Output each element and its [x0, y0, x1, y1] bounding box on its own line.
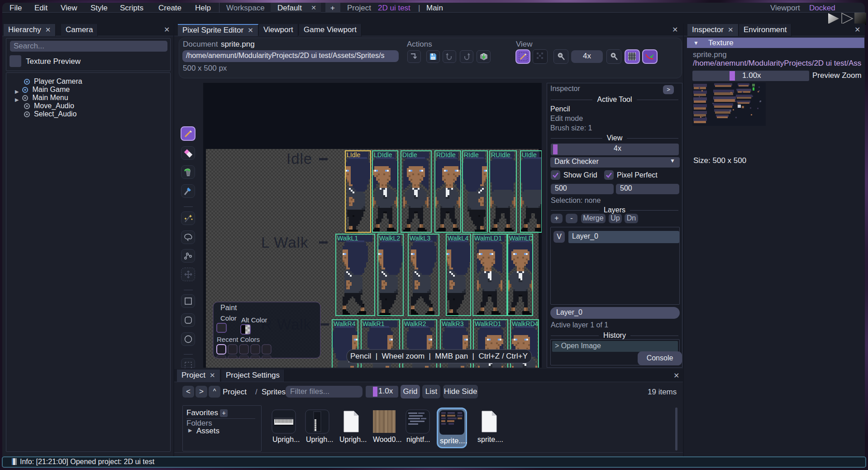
- svg-text:Alt Color: Alt Color: [241, 316, 267, 324]
- svg-text:WalkRD1: WalkRD1: [475, 320, 501, 327]
- svg-text:WalkR3: WalkR3: [442, 320, 464, 327]
- svg-text:LDIdle: LDIdle: [374, 151, 392, 158]
- svg-text:WalkRD4: WalkRD4: [512, 320, 539, 327]
- svg-text:RUIdle: RUIdle: [491, 151, 510, 158]
- svg-text:WalkL1: WalkL1: [337, 235, 358, 242]
- svg-text:UIdle: UIdle: [522, 151, 537, 158]
- svg-text:Pencil | Wheel zoom | MMB: Pencil | Wheel zoom | MMB pan | Ctrl+Z /…: [350, 352, 528, 360]
- svg-text:WalmLD1: WalmLD1: [474, 235, 502, 242]
- svg-text:WalkR1: WalkR1: [362, 320, 385, 327]
- svg-text:L Walk: L Walk: [261, 234, 308, 251]
- svg-text:WalkL2: WalkL2: [379, 235, 400, 242]
- svg-text:RDIdle: RDIdle: [436, 151, 456, 158]
- svg-text:WalmLD: WalmLD: [509, 235, 533, 242]
- svg-text:DIdle: DIdle: [402, 151, 417, 158]
- svg-text:Paint: Paint: [220, 304, 237, 312]
- svg-text:WalkL3: WalkL3: [410, 235, 430, 242]
- svg-text:Color: Color: [220, 314, 237, 322]
- svg-text:WalkL4: WalkL4: [448, 235, 468, 242]
- svg-text:WalkR2: WalkR2: [404, 320, 426, 327]
- svg-text:WalkR4: WalkR4: [334, 320, 356, 327]
- svg-text:LIdle: LIdle: [347, 151, 361, 158]
- svg-text:Recent Colors: Recent Colors: [217, 336, 260, 343]
- svg-text:RIdle: RIdle: [464, 151, 479, 158]
- svg-text:Idle: Idle: [286, 150, 312, 167]
